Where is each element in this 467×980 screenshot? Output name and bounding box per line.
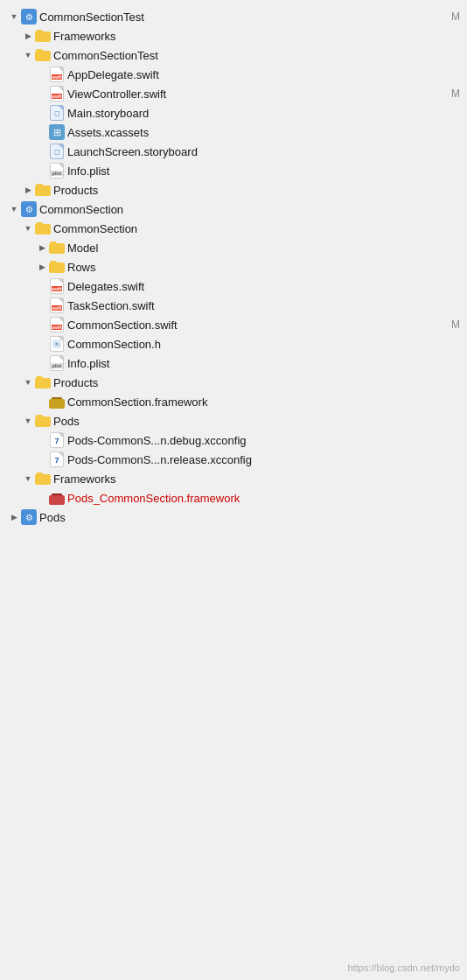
file-label: Main.storyboard	[67, 107, 460, 120]
file-label: CommonSection	[39, 203, 460, 216]
disclosure-triangle[interactable]	[21, 414, 35, 428]
tree-row[interactable]: Pods	[0, 411, 467, 430]
project-navigator: CommonSectionTestMFrameworksCommonSectio…	[0, 0, 467, 980]
tree-row[interactable]: CommonSectionTestM	[0, 7, 467, 26]
folder-icon	[35, 47, 51, 63]
tree-row[interactable]: CommonSection.framework	[0, 392, 467, 411]
folder-icon	[49, 240, 65, 256]
tree-row[interactable]: LaunchScreen.storyboard	[0, 142, 467, 161]
disclosure-triangle[interactable]	[7, 510, 21, 524]
plist-icon: plist	[49, 355, 65, 371]
tree-row[interactable]: plistInfo.plist	[0, 354, 467, 373]
watermark: https://blog.csdn.net/mydo	[348, 962, 460, 973]
swift-icon: swift	[49, 86, 65, 102]
tree-row[interactable]: Products	[0, 373, 467, 392]
file-label: Pods	[39, 511, 460, 524]
file-label: Pods	[53, 415, 460, 428]
tree-row[interactable]: swiftCommonSection.swiftM	[0, 315, 467, 334]
file-label: CommonSection	[53, 222, 460, 235]
file-label: Pods_CommonSection.framework	[67, 492, 460, 505]
folder-icon	[49, 259, 65, 275]
swift-icon: swift	[49, 66, 65, 82]
file-label: Info.plist	[67, 357, 460, 370]
file-label: Assets.xcassets	[67, 126, 460, 139]
tree-row[interactable]: hCommonSection.h	[0, 334, 467, 354]
tree-row[interactable]: Frameworks	[0, 26, 467, 46]
file-label: Products	[53, 184, 460, 197]
storyboard-icon	[49, 144, 65, 159]
tree-row[interactable]: swiftViewController.swiftM	[0, 84, 467, 103]
tree-row[interactable]: CommonSection	[0, 200, 467, 219]
swift-icon: swift	[49, 278, 65, 294]
file-label: CommonSectionTest	[53, 49, 460, 62]
disclosure-triangle[interactable]	[21, 183, 35, 197]
vcs-badge: M	[451, 88, 460, 100]
folder-icon	[35, 471, 51, 486]
app-icon	[21, 509, 37, 525]
tree-row[interactable]: Model	[0, 238, 467, 257]
folder-icon	[35, 374, 51, 390]
file-label: Frameworks	[53, 30, 460, 43]
file-label: Rows	[67, 261, 460, 274]
storyboard-icon	[49, 105, 65, 121]
file-label: CommonSection.h	[67, 338, 460, 351]
disclosure-triangle[interactable]	[21, 29, 35, 43]
folder-icon	[35, 182, 51, 198]
file-label: CommonSectionTest	[39, 10, 446, 24]
tree-row[interactable]: Pods	[0, 508, 467, 527]
tree-row[interactable]: 7Pods-CommonS...n.debug.xcconfig	[0, 430, 467, 450]
config-icon: 7	[49, 432, 65, 448]
tree-row[interactable]: Pods_CommonSection.framework	[0, 488, 467, 508]
swift-icon: swift	[49, 317, 65, 332]
tree-row[interactable]: swiftAppDelegate.swift	[0, 65, 467, 84]
disclosure-triangle[interactable]	[7, 202, 21, 216]
app-icon	[21, 201, 37, 217]
vcs-badge: M	[451, 10, 460, 23]
folder-icon	[35, 28, 51, 44]
folder-icon	[35, 220, 51, 236]
disclosure-triangle[interactable]	[7, 10, 21, 24]
framework-red-icon	[49, 490, 65, 506]
file-label: CommonSection.swift	[67, 318, 446, 332]
tree-row[interactable]: swiftDelegates.swift	[0, 276, 467, 296]
swift-icon: swift	[49, 298, 65, 313]
file-label: Model	[67, 242, 460, 255]
disclosure-triangle[interactable]	[35, 260, 49, 274]
file-label: Info.plist	[67, 164, 460, 178]
header-icon: h	[49, 336, 65, 352]
tree-row[interactable]: Assets.xcassets	[0, 122, 467, 142]
disclosure-triangle[interactable]	[21, 48, 35, 62]
tree-row[interactable]: swiftTaskSection.swift	[0, 296, 467, 315]
file-label: LaunchScreen.storyboard	[67, 145, 460, 158]
vcs-badge: M	[451, 318, 460, 331]
tree-row[interactable]: Products	[0, 180, 467, 200]
tree-row[interactable]: CommonSection	[0, 219, 467, 238]
disclosure-triangle[interactable]	[21, 221, 35, 235]
folder-icon	[35, 413, 51, 429]
disclosure-triangle[interactable]	[35, 241, 49, 255]
file-label: Products	[53, 376, 460, 389]
file-label: AppDelegate.swift	[67, 68, 460, 81]
app-icon	[21, 9, 37, 24]
file-label: Delegates.swift	[67, 280, 460, 293]
xcassets-icon	[49, 124, 65, 140]
config-icon: 7	[49, 452, 65, 467]
file-label: Pods-CommonS...n.debug.xcconfig	[67, 434, 460, 447]
tree-row[interactable]: Rows	[0, 257, 467, 276]
tree-row[interactable]: 7Pods-CommonS...n.release.xcconfig	[0, 450, 467, 469]
file-label: Frameworks	[53, 472, 460, 486]
tree-row[interactable]: plistInfo.plist	[0, 161, 467, 180]
tree-row[interactable]: CommonSectionTest	[0, 46, 467, 65]
disclosure-triangle[interactable]	[21, 472, 35, 486]
tree-row[interactable]: Frameworks	[0, 469, 467, 488]
tree-row[interactable]: Main.storyboard	[0, 103, 467, 122]
file-label: TaskSection.swift	[67, 299, 460, 312]
file-label: Pods-CommonS...n.release.xcconfig	[67, 453, 460, 466]
framework-icon	[49, 394, 65, 410]
plist-icon: plist	[49, 163, 65, 178]
file-label: ViewController.swift	[67, 88, 446, 101]
file-label: CommonSection.framework	[67, 396, 460, 409]
disclosure-triangle[interactable]	[21, 375, 35, 389]
